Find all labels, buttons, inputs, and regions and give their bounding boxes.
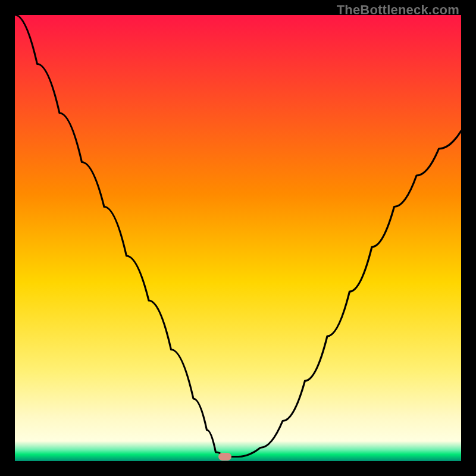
optimal-marker <box>218 453 231 461</box>
plot-area <box>15 15 461 461</box>
bottleneck-curve <box>15 15 461 461</box>
chart-frame: TheBottleneck.com <box>0 0 476 476</box>
